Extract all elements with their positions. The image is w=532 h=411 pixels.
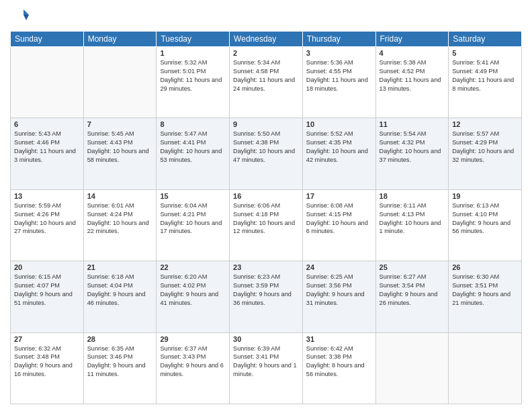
day-info: Sunrise: 5:36 AM Sunset: 4:55 PM Dayligh…	[306, 58, 372, 93]
day-header: Friday	[375, 32, 449, 47]
day-info: Sunrise: 6:01 AM Sunset: 4:24 PM Dayligh…	[87, 201, 153, 236]
calendar-cell: 15Sunrise: 6:04 AM Sunset: 4:21 PM Dayli…	[157, 189, 230, 261]
day-info: Sunrise: 6:42 AM Sunset: 3:38 PM Dayligh…	[306, 345, 372, 379]
day-info: Sunrise: 6:08 AM Sunset: 4:15 PM Dayligh…	[306, 201, 372, 236]
day-info: Sunrise: 5:52 AM Sunset: 4:35 PM Dayligh…	[306, 130, 372, 165]
day-info: Sunrise: 5:41 AM Sunset: 4:49 PM Dayligh…	[452, 58, 518, 93]
header	[10, 7, 522, 26]
day-header: Saturday	[449, 32, 522, 47]
day-info: Sunrise: 6:04 AM Sunset: 4:21 PM Dayligh…	[160, 201, 226, 236]
day-number: 29	[160, 335, 226, 343]
day-number: 3	[306, 49, 372, 57]
day-number: 25	[380, 263, 445, 271]
day-info: Sunrise: 5:57 AM Sunset: 4:29 PM Dayligh…	[452, 130, 518, 165]
day-header: Tuesday	[157, 32, 230, 47]
day-info: Sunrise: 6:15 AM Sunset: 4:07 PM Dayligh…	[14, 273, 80, 308]
day-info: Sunrise: 5:54 AM Sunset: 4:32 PM Dayligh…	[380, 130, 445, 165]
day-number: 6	[14, 120, 80, 128]
page: SundayMondayTuesdayWednesdayThursdayFrid…	[0, 0, 532, 411]
calendar-cell	[83, 47, 157, 118]
day-header: Wednesday	[230, 32, 303, 47]
day-number: 23	[233, 263, 299, 271]
day-number: 19	[452, 192, 518, 200]
calendar-cell: 27Sunrise: 6:32 AM Sunset: 3:48 PM Dayli…	[11, 332, 84, 404]
day-number: 12	[452, 120, 518, 128]
calendar-cell: 19Sunrise: 6:13 AM Sunset: 4:10 PM Dayli…	[449, 189, 522, 261]
calendar-cell: 6Sunrise: 5:43 AM Sunset: 4:46 PM Daylig…	[11, 118, 84, 189]
day-info: Sunrise: 5:34 AM Sunset: 4:58 PM Dayligh…	[233, 58, 299, 93]
calendar-cell	[449, 332, 522, 404]
calendar-cell: 2Sunrise: 5:34 AM Sunset: 4:58 PM Daylig…	[230, 47, 303, 118]
calendar-cell: 1Sunrise: 5:32 AM Sunset: 5:01 PM Daylig…	[157, 47, 230, 118]
calendar-cell: 3Sunrise: 5:36 AM Sunset: 4:55 PM Daylig…	[302, 47, 375, 118]
calendar-cell: 20Sunrise: 6:15 AM Sunset: 4:07 PM Dayli…	[11, 261, 84, 332]
day-number: 8	[160, 120, 226, 128]
day-number: 1	[160, 49, 226, 57]
calendar-cell: 18Sunrise: 6:11 AM Sunset: 4:13 PM Dayli…	[375, 189, 449, 261]
day-header: Thursday	[302, 32, 375, 47]
day-number: 31	[306, 335, 372, 343]
day-number: 4	[380, 49, 445, 57]
calendar-cell: 26Sunrise: 6:30 AM Sunset: 3:51 PM Dayli…	[449, 261, 522, 332]
calendar-week-row: 27Sunrise: 6:32 AM Sunset: 3:48 PM Dayli…	[11, 332, 522, 404]
day-info: Sunrise: 5:59 AM Sunset: 4:26 PM Dayligh…	[14, 201, 80, 236]
calendar-week-row: 6Sunrise: 5:43 AM Sunset: 4:46 PM Daylig…	[11, 118, 522, 189]
calendar-cell: 31Sunrise: 6:42 AM Sunset: 3:38 PM Dayli…	[302, 332, 375, 404]
logo	[10, 7, 32, 26]
calendar-week-row: 13Sunrise: 5:59 AM Sunset: 4:26 PM Dayli…	[11, 189, 522, 261]
day-info: Sunrise: 6:30 AM Sunset: 3:51 PM Dayligh…	[452, 273, 518, 308]
calendar-cell: 14Sunrise: 6:01 AM Sunset: 4:24 PM Dayli…	[83, 189, 157, 261]
day-number: 11	[380, 120, 445, 128]
calendar: SundayMondayTuesdayWednesdayThursdayFrid…	[10, 31, 522, 404]
day-info: Sunrise: 6:35 AM Sunset: 3:46 PM Dayligh…	[87, 345, 153, 379]
day-number: 22	[160, 263, 226, 271]
calendar-cell: 9Sunrise: 5:50 AM Sunset: 4:38 PM Daylig…	[230, 118, 303, 189]
day-info: Sunrise: 5:38 AM Sunset: 4:52 PM Dayligh…	[380, 58, 445, 93]
calendar-cell: 17Sunrise: 6:08 AM Sunset: 4:15 PM Dayli…	[302, 189, 375, 261]
calendar-cell: 7Sunrise: 5:45 AM Sunset: 4:43 PM Daylig…	[83, 118, 157, 189]
day-header: Monday	[83, 32, 157, 47]
day-info: Sunrise: 6:37 AM Sunset: 3:43 PM Dayligh…	[160, 345, 226, 379]
calendar-cell: 16Sunrise: 6:06 AM Sunset: 4:18 PM Dayli…	[230, 189, 303, 261]
day-number: 16	[233, 192, 299, 200]
calendar-header-row: SundayMondayTuesdayWednesdayThursdayFrid…	[11, 32, 522, 47]
calendar-cell: 25Sunrise: 6:27 AM Sunset: 3:54 PM Dayli…	[375, 261, 449, 332]
day-info: Sunrise: 5:47 AM Sunset: 4:41 PM Dayligh…	[160, 130, 226, 165]
day-number: 14	[87, 192, 153, 200]
day-number: 27	[14, 335, 80, 343]
day-number: 10	[306, 120, 372, 128]
calendar-cell: 5Sunrise: 5:41 AM Sunset: 4:49 PM Daylig…	[449, 47, 522, 118]
day-header: Sunday	[11, 32, 84, 47]
day-number: 2	[233, 49, 299, 57]
day-info: Sunrise: 5:43 AM Sunset: 4:46 PM Dayligh…	[14, 130, 80, 165]
calendar-cell: 11Sunrise: 5:54 AM Sunset: 4:32 PM Dayli…	[375, 118, 449, 189]
day-number: 28	[87, 335, 153, 343]
calendar-cell: 29Sunrise: 6:37 AM Sunset: 3:43 PM Dayli…	[157, 332, 230, 404]
day-info: Sunrise: 6:18 AM Sunset: 4:04 PM Dayligh…	[87, 273, 153, 308]
day-number: 13	[14, 192, 80, 200]
calendar-cell: 8Sunrise: 5:47 AM Sunset: 4:41 PM Daylig…	[157, 118, 230, 189]
day-number: 7	[87, 120, 153, 128]
day-number: 30	[233, 335, 299, 343]
day-info: Sunrise: 6:27 AM Sunset: 3:54 PM Dayligh…	[380, 273, 445, 308]
svg-marker-1	[24, 15, 29, 20]
day-number: 15	[160, 192, 226, 200]
day-info: Sunrise: 6:25 AM Sunset: 3:56 PM Dayligh…	[306, 273, 372, 308]
day-info: Sunrise: 6:23 AM Sunset: 3:59 PM Dayligh…	[233, 273, 299, 308]
svg-marker-0	[24, 9, 29, 15]
day-info: Sunrise: 5:45 AM Sunset: 4:43 PM Dayligh…	[87, 130, 153, 165]
day-number: 5	[452, 49, 518, 57]
logo-icon	[10, 7, 29, 26]
day-number: 24	[306, 263, 372, 271]
calendar-cell	[11, 47, 84, 118]
calendar-cell	[375, 332, 449, 404]
day-info: Sunrise: 5:50 AM Sunset: 4:38 PM Dayligh…	[233, 130, 299, 165]
day-info: Sunrise: 6:13 AM Sunset: 4:10 PM Dayligh…	[452, 201, 518, 236]
day-info: Sunrise: 6:39 AM Sunset: 3:41 PM Dayligh…	[233, 345, 299, 379]
calendar-cell: 12Sunrise: 5:57 AM Sunset: 4:29 PM Dayli…	[449, 118, 522, 189]
day-number: 9	[233, 120, 299, 128]
calendar-cell: 4Sunrise: 5:38 AM Sunset: 4:52 PM Daylig…	[375, 47, 449, 118]
calendar-cell: 21Sunrise: 6:18 AM Sunset: 4:04 PM Dayli…	[83, 261, 157, 332]
calendar-cell: 10Sunrise: 5:52 AM Sunset: 4:35 PM Dayli…	[302, 118, 375, 189]
day-info: Sunrise: 6:32 AM Sunset: 3:48 PM Dayligh…	[14, 345, 80, 379]
